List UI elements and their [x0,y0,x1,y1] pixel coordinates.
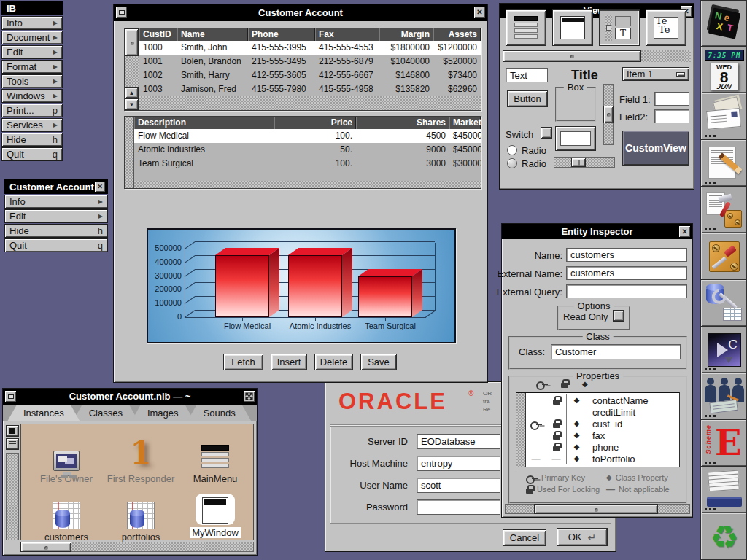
password-input[interactable] [417,499,500,515]
dock-recycler[interactable]: ♻ [700,513,747,560]
save-button[interactable]: Save [360,354,397,370]
nib-titlebar[interactable]: Customer Account.nib — ~ [3,389,257,405]
table-row[interactable]: 1003Jamison, Fred415-555-7980415-555-495… [139,82,481,96]
ib-menu-title[interactable]: IB [1,1,63,15]
miniaturize-icon[interactable] [5,391,16,402]
inspector-scrollbar[interactable] [505,504,690,514]
menu-item-format[interactable]: Format▶ [1,60,63,74]
table-row[interactable]: Team Surgical100.3000$300000 [134,157,481,171]
tab-images[interactable]: Images [131,405,195,421]
dock-eomodeler[interactable] [700,280,747,327]
dock-mail[interactable] [700,93,747,140]
close-icon[interactable]: ✕ [474,7,485,18]
ok-button[interactable]: OK ↵ [557,528,608,546]
radio-button-sample[interactable] [507,145,517,155]
column-header[interactable]: Description [134,117,274,129]
menu-item-hide[interactable]: Hideh [1,133,63,147]
scrollbar-knob[interactable] [534,504,658,514]
tab-classes[interactable]: Classes [73,405,139,421]
menu-item-tools[interactable]: Tools▶ [1,74,63,88]
miniaturize-icon[interactable] [116,7,127,18]
read-only-checkbox[interactable] [613,310,624,322]
dock-project-builder[interactable] [700,187,747,233]
field1-input[interactable] [654,92,689,106]
scrollbar-knob[interactable] [20,542,71,552]
menu-item-info[interactable]: Info▶ [1,16,63,30]
property-row[interactable]: creditLimit [526,406,679,418]
property-row[interactable]: ——◆toPortfolio [526,453,679,464]
column-header[interactable]: Assets [433,28,481,41]
menu-item-windows[interactable]: Windows▶ [1,89,63,103]
menu-item-quit[interactable]: Quitq [1,147,63,161]
column-header[interactable]: Price [274,117,356,129]
tab-instances[interactable]: Instances [7,405,80,421]
menu-item-services[interactable]: Services▶ [1,118,63,132]
menu-item-info[interactable]: Info▶ [4,195,108,209]
nib-item-mainmenu[interactable]: MainMenu [177,433,253,484]
switch-checkbox-sample[interactable] [541,127,552,139]
menu-item-edit[interactable]: Edit▶ [1,45,63,59]
button-sample[interactable]: Button [507,90,548,107]
well-sample[interactable] [555,126,596,151]
primary-key-column-icon[interactable] [536,381,548,387]
property-row[interactable]: ◆contactName [526,394,679,406]
column-header[interactable]: Fax [315,28,379,41]
dock-clock-calendar[interactable]: 7:35 PM WED 8 JUN [700,47,747,93]
column-header[interactable]: Shares [356,117,449,129]
nib-item-mywindow[interactable]: MyWindow [177,487,253,538]
close-icon[interactable]: ✕ [95,182,105,192]
column-header[interactable]: CustID [139,28,177,41]
user-name-input[interactable]: scott [417,478,500,493]
customers-table-scrollbar[interactable]: ▲ ▼ [125,28,139,110]
customer-account-menu-title[interactable]: Customer Account ✕ [4,179,108,194]
menu-item-quit[interactable]: Quitq [4,238,108,252]
palette-tab-windows[interactable] [552,9,593,46]
column-header[interactable]: Phone [248,28,315,41]
dock-text-editor[interactable] [700,140,747,187]
palette-tab-text[interactable]: TeTe [646,9,686,46]
menu-item-print[interactable]: Print...p [1,104,63,117]
host-machine-input[interactable]: entropy [417,456,500,471]
scroll-up-icon[interactable]: ▲ [125,87,139,98]
portfolio-table-scrollbar[interactable] [125,117,134,188]
text-field-sample[interactable]: Text [506,68,548,82]
menu-item-document[interactable]: Document▶ [1,31,63,44]
cancel-button[interactable]: Cancel [503,529,546,546]
dock-scheme[interactable]: Scheme E [700,420,747,467]
customview-sample[interactable]: CustomView [622,131,689,166]
class-input[interactable]: Customer [551,344,681,359]
menu-item-hide[interactable]: Hideh [4,224,108,238]
property-row[interactable]: ◆phone [526,441,679,453]
table-row[interactable]: 1002Smith, Harry412-555-3605412-555-6667… [139,69,481,82]
delete-button[interactable]: Delete [314,354,353,370]
nib-item-files-owner[interactable]: File's Owner [28,433,104,484]
nib-item-first-responder[interactable]: 1 First Responder [103,433,179,484]
list-view-button[interactable] [6,438,19,450]
table-row[interactable]: 1001Bolen, Brandon215-555-3495212-555-68… [139,55,481,69]
column-header[interactable]: Name [177,28,248,41]
name-input[interactable]: customers [566,248,687,262]
close-icon[interactable]: ✕ [679,226,690,237]
external-query-input[interactable] [566,284,687,298]
customer-account-titlebar[interactable]: Customer Account ✕ [114,4,487,21]
nib-item-portfolios[interactable]: portfolios [103,491,179,542]
palette-tab-menus[interactable] [506,9,546,46]
field2-input[interactable] [654,109,689,123]
scrollbar-knob[interactable] [125,28,139,56]
property-row[interactable]: ◆fax [526,429,679,441]
locking-column-icon[interactable] [561,379,568,388]
dock-people-ledger[interactable] [700,373,747,420]
property-row[interactable]: ◆cust_id [526,418,679,429]
horizontal-scrollbar[interactable] [134,181,481,188]
dock-compiler[interactable]: C [700,327,747,373]
dock-interface-builder[interactable] [700,233,747,280]
tab-sounds[interactable]: Sounds [187,405,252,421]
menu-item-edit[interactable]: Edit▶ [4,209,108,223]
slider-sample[interactable] [554,157,615,168]
dock-next-logo[interactable]: N e X T [700,0,747,47]
table-row[interactable]: 1000Smith, John415-555-3995415-555-4553$… [139,41,481,55]
dock-card-file[interactable] [700,467,747,513]
column-header[interactable]: Market Value [449,117,481,129]
table-row[interactable]: Atomic Industries50.9000$450000 [134,143,481,157]
nib-horizontal-scrollbar[interactable] [20,542,254,552]
